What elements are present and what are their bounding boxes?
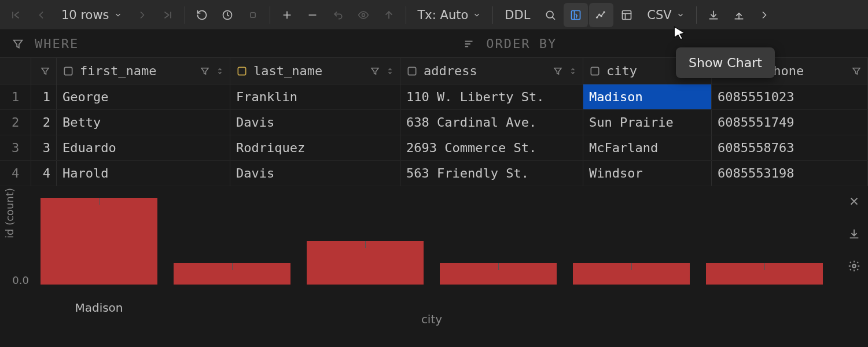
address-cell[interactable]: 638 Cardinal Ave. bbox=[400, 110, 583, 135]
revert-button[interactable] bbox=[326, 3, 350, 27]
order-by-clause[interactable]: ORDER BY bbox=[463, 36, 557, 51]
address-cell[interactable]: 110 W. Liberty St. bbox=[400, 84, 583, 109]
table-row[interactable]: 11GeorgeFranklin110 W. Liberty St.Madiso… bbox=[0, 84, 868, 110]
chart-settings-button[interactable] bbox=[846, 258, 862, 274]
upload-button[interactable] bbox=[727, 3, 751, 27]
city-cell[interactable]: Sun Prairie bbox=[583, 110, 712, 135]
row-index-cell[interactable]: 3 bbox=[0, 135, 31, 160]
column-icon bbox=[589, 65, 601, 77]
delete-row-button[interactable] bbox=[300, 3, 325, 27]
tx-mode-dropdown[interactable]: Tx: Auto bbox=[411, 3, 488, 27]
svg-point-6 bbox=[599, 14, 600, 15]
chart-bar[interactable]: Sun Prairie bbox=[432, 263, 565, 285]
id-cell[interactable]: 2 bbox=[31, 110, 57, 135]
column-label: first_name bbox=[80, 64, 156, 78]
row-limit-label: 10 rows bbox=[61, 8, 109, 22]
table-row[interactable]: 33EduardoRodriquez2693 Commerce St.McFar… bbox=[0, 135, 868, 161]
add-row-button[interactable] bbox=[275, 3, 299, 27]
filter-icon[interactable] bbox=[370, 66, 380, 76]
toolbar: 10 rows Tx: Auto DDL CSV bbox=[0, 0, 868, 30]
column-icon bbox=[406, 65, 418, 77]
show-chart-button[interactable] bbox=[589, 3, 613, 27]
export-format-label: CSV bbox=[647, 8, 671, 22]
last-page-button[interactable] bbox=[156, 3, 180, 27]
tooltip: Show Chart bbox=[676, 47, 775, 78]
telephone-cell[interactable]: 6085551023 bbox=[712, 84, 868, 109]
svg-rect-13 bbox=[591, 67, 598, 75]
first-name-cell[interactable]: George bbox=[57, 84, 230, 109]
last-name-cell[interactable]: Rodriquez bbox=[230, 135, 400, 160]
first-name-cell[interactable]: Eduardo bbox=[57, 135, 230, 160]
order-by-label: ORDER BY bbox=[486, 36, 557, 51]
first-page-button[interactable] bbox=[3, 3, 28, 27]
telephone-cell[interactable]: 6085551749 bbox=[712, 110, 868, 135]
search-button[interactable] bbox=[538, 3, 562, 27]
city-cell[interactable]: McFarland bbox=[583, 135, 712, 160]
view-mode-button[interactable] bbox=[615, 3, 639, 27]
where-clause[interactable]: WHERE bbox=[12, 36, 79, 51]
svg-rect-10 bbox=[64, 67, 72, 75]
address-cell[interactable]: 2693 Commerce St. bbox=[400, 135, 583, 160]
telephone-cell[interactable]: 6085553198 bbox=[712, 161, 868, 186]
row-limit-dropdown[interactable]: 10 rows bbox=[54, 3, 129, 27]
auto-refresh-button[interactable] bbox=[215, 3, 240, 27]
row-index-header[interactable] bbox=[0, 58, 31, 84]
download-button[interactable] bbox=[701, 3, 726, 27]
ddl-button[interactable]: DDL bbox=[498, 3, 537, 27]
chart-bar[interactable]: Waunakee bbox=[565, 263, 698, 285]
city-cell[interactable]: Windsor bbox=[583, 161, 712, 186]
tx-mode-label: Tx: Auto bbox=[418, 8, 469, 22]
chart-close-button[interactable] bbox=[846, 193, 862, 209]
table-row[interactable]: 22BettyDavis638 Cardinal Ave.Sun Prairie… bbox=[0, 110, 868, 135]
stop-button[interactable] bbox=[241, 3, 265, 27]
chart-bar[interactable]: Monona bbox=[299, 241, 432, 285]
id-header[interactable] bbox=[31, 58, 57, 84]
row-index-cell[interactable]: 2 bbox=[0, 110, 31, 135]
x-axis-label: city bbox=[32, 312, 831, 326]
more-button[interactable] bbox=[752, 3, 777, 27]
last-name-header[interactable]: last_name bbox=[230, 58, 400, 84]
prev-page-button[interactable] bbox=[29, 3, 53, 27]
chart-bar[interactable]: McFarland bbox=[165, 263, 299, 285]
city-cell[interactable]: Madison bbox=[583, 84, 712, 109]
svg-point-2 bbox=[362, 13, 365, 16]
refresh-button[interactable] bbox=[190, 3, 214, 27]
filter-icon[interactable] bbox=[851, 66, 862, 76]
first-name-cell[interactable]: Harold bbox=[57, 161, 230, 186]
address-header[interactable]: address bbox=[400, 58, 583, 84]
first-name-header[interactable]: first_name bbox=[57, 58, 230, 84]
column-icon bbox=[62, 65, 74, 77]
row-index-cell[interactable]: 4 bbox=[0, 161, 31, 186]
id-cell[interactable]: 1 bbox=[31, 84, 57, 109]
last-name-cell[interactable]: Davis bbox=[230, 110, 400, 135]
where-label: WHERE bbox=[35, 36, 79, 51]
chart-bar[interactable]: Windsor bbox=[698, 263, 831, 285]
table-row[interactable]: 44HaroldDavis563 Friendly St.Windsor6085… bbox=[0, 161, 868, 186]
next-page-button[interactable] bbox=[130, 3, 155, 27]
y-axis-label: id (count) bbox=[3, 188, 16, 238]
chart-toolbar bbox=[846, 193, 862, 274]
last-name-cell[interactable]: Davis bbox=[230, 161, 400, 186]
svg-point-8 bbox=[604, 12, 605, 13]
filter-icon[interactable] bbox=[553, 66, 563, 76]
last-name-cell[interactable]: Franklin bbox=[230, 84, 400, 109]
submit-button[interactable] bbox=[377, 3, 401, 27]
id-cell[interactable]: 3 bbox=[31, 135, 57, 160]
sort-icon[interactable] bbox=[386, 66, 394, 76]
export-format-dropdown[interactable]: CSV bbox=[640, 3, 691, 27]
filter-panel-button[interactable] bbox=[564, 3, 588, 27]
sort-icon[interactable] bbox=[569, 66, 577, 76]
chart-bar[interactable]: Madison bbox=[32, 198, 165, 285]
filter-icon[interactable] bbox=[200, 66, 210, 76]
svg-rect-12 bbox=[408, 67, 415, 75]
row-index-cell[interactable]: 1 bbox=[0, 84, 31, 109]
svg-rect-4 bbox=[572, 10, 580, 19]
preview-changes-button[interactable] bbox=[351, 3, 376, 27]
chart-export-button[interactable] bbox=[846, 226, 862, 242]
id-cell[interactable]: 4 bbox=[31, 161, 57, 186]
svg-rect-1 bbox=[250, 12, 255, 17]
telephone-cell[interactable]: 6085558763 bbox=[712, 135, 868, 160]
first-name-cell[interactable]: Betty bbox=[57, 110, 230, 135]
address-cell[interactable]: 563 Friendly St. bbox=[400, 161, 583, 186]
sort-icon[interactable] bbox=[216, 66, 224, 76]
